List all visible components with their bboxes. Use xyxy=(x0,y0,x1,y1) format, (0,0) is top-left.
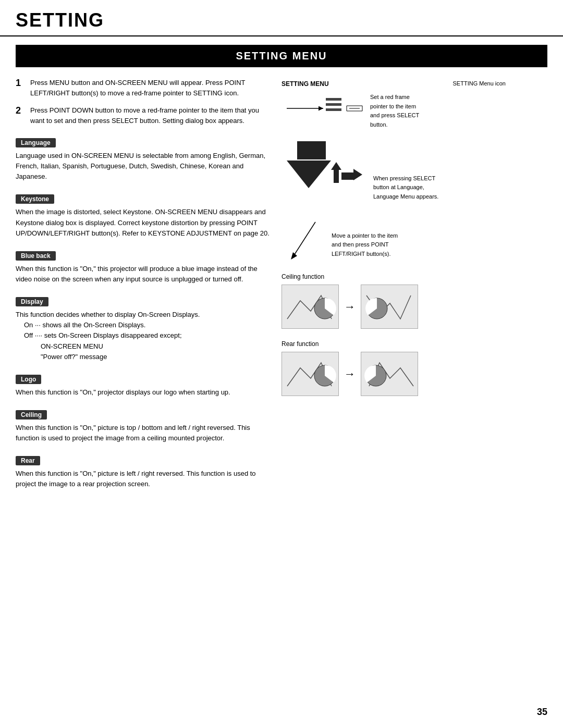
badge-blueback: Blue back xyxy=(16,251,56,261)
svg-marker-7 xyxy=(287,161,331,188)
section-language: Language Language used in ON-SCREEN MENU… xyxy=(16,133,271,182)
pointer-diagonal-svg xyxy=(282,217,323,264)
annotation3-line0: Move a pointer to the item xyxy=(332,232,398,239)
rear-after-box xyxy=(361,352,418,396)
svg-marker-14 xyxy=(291,252,297,260)
ceiling-text: When this function is "On," picture is t… xyxy=(16,423,271,443)
svg-rect-3 xyxy=(326,108,341,111)
ceiling-arrow: → xyxy=(344,300,356,314)
annotation1-line0: Set a red frame xyxy=(370,94,410,100)
right-top-area: SETTING MENU SETTING Menu icon xyxy=(282,80,506,400)
annotation2-line2: Language Menu appears. xyxy=(373,193,438,200)
menu-pointer-svg xyxy=(282,93,365,124)
rear-after-svg xyxy=(361,352,418,396)
display-text: This function decides whether to display… xyxy=(16,310,271,320)
badge-rear: Rear xyxy=(16,456,40,465)
keystone-text: When the image is distorted, select Keys… xyxy=(16,207,271,238)
annotation2-line0: When pressing SELECT xyxy=(373,175,435,181)
section-keystone: Keystone When the image is distorted, se… xyxy=(16,189,271,238)
ceiling-after-svg xyxy=(361,285,418,329)
display-line-1: Off ···· sets On-Screen Displays disappe… xyxy=(24,330,271,341)
svg-rect-2 xyxy=(326,103,341,106)
rear-function-label: Rear function xyxy=(282,340,506,348)
annotation1-line3: button. xyxy=(370,121,388,128)
badge-language: Language xyxy=(16,138,56,147)
page-number: 35 xyxy=(537,707,547,718)
rear-function-section: Rear function → xyxy=(282,340,506,400)
right-setting-menu-label: SETTING MENU xyxy=(282,80,329,88)
blueback-text: When this function is "On," this project… xyxy=(16,264,271,285)
badge-display: Display xyxy=(16,297,48,306)
svg-line-13 xyxy=(292,222,315,258)
svg-rect-9 xyxy=(334,170,339,183)
right-annotation-1: Set a red frame pointer to the item and … xyxy=(370,93,419,129)
ceiling-before-svg xyxy=(282,285,339,329)
ceiling-before-box xyxy=(282,285,339,329)
rear-function-row: → xyxy=(282,352,506,396)
section-rear: Rear When this function is "On," picture… xyxy=(16,451,271,489)
section-logo: Logo When this function is "On," project… xyxy=(16,369,271,398)
right-column: SETTING MENU SETTING Menu icon xyxy=(282,78,506,497)
right-annotation-2: When pressing SELECT button at Language,… xyxy=(373,174,438,207)
display-line-3: "Power off?" message xyxy=(41,352,271,362)
badge-keystone: Keystone xyxy=(16,194,54,204)
right-annotation-3: Move a pointer to the item and then pres… xyxy=(332,231,398,264)
rear-before-svg xyxy=(282,352,339,396)
svg-marker-10 xyxy=(331,162,341,170)
large-arrow-diagram xyxy=(282,139,365,206)
step-1: 1 Press MENU button and ON-SCREEN MENU w… xyxy=(16,78,271,98)
badge-logo: Logo xyxy=(16,375,41,384)
logo-text: When this function is "On," projector di… xyxy=(16,387,271,398)
rear-text: When this function is "On," picture is l… xyxy=(16,468,271,489)
rear-arrow: → xyxy=(344,367,356,381)
annotation1-line1: pointer to the item xyxy=(370,103,416,109)
section-ceiling: Ceiling When this function is "On," pict… xyxy=(16,405,271,443)
rear-before-box xyxy=(282,352,339,396)
annotation3-line2: LEFT/RIGHT button(s). xyxy=(332,251,391,257)
section-blueback: Blue back When this function is "On," th… xyxy=(16,246,271,285)
step-2: 2 Press POINT DOWN button to move a red-… xyxy=(16,105,271,126)
section-display: Display This function decides whether to… xyxy=(16,292,271,362)
main-content: 1 Press MENU button and ON-SCREEN MENU w… xyxy=(0,78,563,497)
annotation3-line1: and then press POINT xyxy=(332,241,388,248)
section-title-text: SETTING MENU xyxy=(236,50,327,61)
ceiling-function-row: → xyxy=(282,285,506,329)
badge-ceiling: Ceiling xyxy=(16,410,47,419)
display-line-0: On ··· shows all the On-Screen Displays. xyxy=(24,320,271,330)
setting-menu-icon-label: SETTING Menu icon xyxy=(453,80,506,87)
annotation2-line1: button at Language, xyxy=(373,184,424,190)
step-2-text: Press POINT DOWN button to move a red-fr… xyxy=(30,105,271,126)
display-line-2: ON-SCREEN MENU xyxy=(41,341,271,352)
left-column: 1 Press MENU button and ON-SCREEN MENU w… xyxy=(16,78,271,497)
page-header: SETTING xyxy=(0,0,563,36)
svg-rect-6 xyxy=(297,141,326,159)
step-1-text: Press MENU button and ON-SCREEN MENU wil… xyxy=(30,78,271,98)
step-1-number: 1 xyxy=(16,78,25,98)
annotation1-line2: and press SELECT xyxy=(370,112,419,118)
svg-rect-1 xyxy=(326,98,341,101)
page-title: SETTING xyxy=(16,9,547,31)
language-text: Language used in ON-SCREEN MENU is selec… xyxy=(16,151,271,182)
step-2-number: 2 xyxy=(16,105,25,126)
ceiling-after-box xyxy=(361,285,418,329)
ceiling-function-section: Ceiling function → xyxy=(282,273,506,333)
ceiling-function-label: Ceiling function xyxy=(282,273,506,280)
svg-marker-12 xyxy=(353,169,362,180)
svg-rect-11 xyxy=(341,172,354,180)
section-title-bar: SETTING MENU xyxy=(16,45,547,67)
